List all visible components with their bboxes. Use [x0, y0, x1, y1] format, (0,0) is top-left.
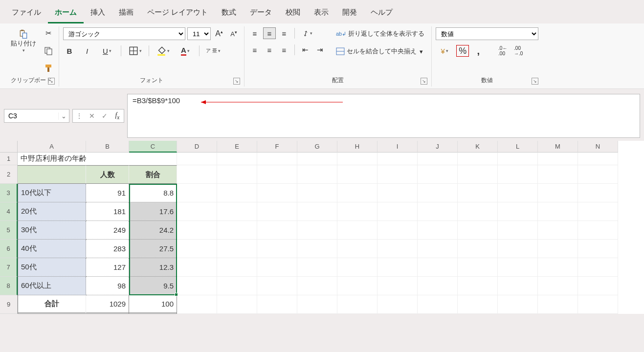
col-header-M[interactable]: M — [538, 141, 578, 153]
cell[interactable] — [217, 258, 257, 277]
cell[interactable] — [297, 202, 337, 221]
orientation-button[interactable]: ⤢▾ — [299, 27, 316, 39]
cell[interactable] — [498, 221, 538, 240]
col-header-I[interactable]: I — [378, 141, 418, 153]
cell[interactable] — [578, 202, 618, 221]
cell[interactable] — [297, 184, 337, 202]
border-button[interactable]: ▾ — [126, 45, 144, 57]
cell[interactable] — [498, 277, 538, 295]
cell[interactable] — [498, 240, 538, 258]
cell[interactable] — [217, 165, 257, 184]
cell[interactable] — [297, 153, 337, 165]
ratio-cell[interactable]: 24.2 — [129, 221, 177, 240]
align-right-button[interactable]: ≡ — [278, 44, 290, 56]
row-header-1[interactable]: 1 — [0, 153, 18, 165]
cell[interactable] — [337, 165, 378, 184]
cell[interactable] — [498, 184, 538, 202]
cell[interactable] — [297, 277, 337, 295]
ratio-cell[interactable]: 27.5 — [129, 240, 177, 258]
cell[interactable] — [418, 240, 458, 258]
cell[interactable] — [578, 165, 618, 184]
menu-tab-1[interactable]: ホーム — [48, 4, 84, 23]
cell[interactable] — [538, 277, 578, 295]
cell[interactable] — [418, 202, 458, 221]
paste-button[interactable]: 貼り付け ▾ — [8, 27, 39, 55]
cell[interactable] — [378, 184, 418, 202]
dropdown-button[interactable]: ⋮ — [73, 112, 86, 120]
chevron-down-icon[interactable]: ⌄ — [58, 112, 69, 120]
cat-cell[interactable]: 30代 — [18, 221, 86, 240]
row-header-6[interactable]: 6 — [0, 240, 18, 258]
cell[interactable] — [418, 153, 458, 165]
cell[interactable] — [378, 240, 418, 258]
cell[interactable] — [257, 153, 297, 165]
italic-button[interactable]: I — [81, 45, 93, 57]
cell[interactable] — [458, 277, 498, 295]
cat-cell[interactable]: 20代 — [18, 202, 86, 221]
cell[interactable] — [337, 277, 378, 295]
col-header-G[interactable]: G — [297, 141, 337, 153]
select-all-corner[interactable] — [0, 141, 18, 153]
comma-button[interactable]: , — [472, 45, 485, 57]
cell[interactable] — [177, 202, 217, 221]
ruby-button[interactable]: ア 亜▾ — [204, 45, 222, 57]
cell[interactable] — [538, 165, 578, 184]
dialog-launcher-icon[interactable]: ↘ — [532, 78, 538, 85]
title-cell[interactable]: 中野店利用者の年齢 — [18, 153, 177, 165]
menu-tab-0[interactable]: ファイル — [5, 4, 48, 23]
cell[interactable] — [337, 153, 378, 165]
cell[interactable] — [257, 165, 297, 184]
cell[interactable] — [217, 221, 257, 240]
cell[interactable] — [217, 295, 257, 314]
cell[interactable] — [337, 240, 378, 258]
count-cell[interactable]: 91 — [86, 184, 129, 202]
cell[interactable] — [538, 202, 578, 221]
cell[interactable] — [217, 153, 257, 165]
cell[interactable] — [378, 165, 418, 184]
row-header-3[interactable]: 3 — [0, 184, 18, 202]
cell[interactable] — [458, 240, 498, 258]
cell[interactable] — [337, 202, 378, 221]
cell[interactable] — [458, 202, 498, 221]
cell[interactable] — [498, 153, 538, 165]
cell[interactable] — [458, 295, 498, 314]
cell[interactable] — [378, 153, 418, 165]
cell[interactable] — [257, 221, 297, 240]
cell[interactable] — [458, 258, 498, 277]
cell[interactable] — [337, 184, 378, 202]
fill-color-button[interactable]: ▾ — [154, 45, 172, 57]
col-header-F[interactable]: F — [257, 141, 297, 153]
menu-tab-2[interactable]: 挿入 — [84, 4, 112, 23]
dialog-launcher-icon[interactable]: ↘ — [48, 78, 55, 85]
cell[interactable] — [418, 165, 458, 184]
fx-button[interactable]: fx — [111, 111, 124, 121]
total-count[interactable]: 1029 — [86, 295, 129, 314]
cell[interactable] — [418, 277, 458, 295]
cell[interactable] — [177, 277, 217, 295]
col-header-K[interactable]: K — [458, 141, 498, 153]
currency-button[interactable]: ¥▾ — [436, 45, 453, 57]
cell[interactable] — [498, 258, 538, 277]
cell[interactable] — [458, 184, 498, 202]
cat-cell[interactable]: 10代以下 — [18, 184, 86, 202]
cell[interactable] — [177, 295, 217, 314]
cat-cell[interactable]: 50代 — [18, 258, 86, 277]
col-header-N[interactable]: N — [578, 141, 618, 153]
cell[interactable] — [418, 295, 458, 314]
cell[interactable] — [177, 153, 217, 165]
menu-tab-5[interactable]: 数式 — [215, 4, 243, 23]
cell[interactable] — [498, 165, 538, 184]
header-count[interactable]: 人数 — [86, 165, 129, 184]
cell[interactable] — [337, 295, 378, 314]
name-box[interactable]: ⌄ — [4, 109, 69, 123]
wrap-text-button[interactable]: ab↲折り返して全体を表示する — [333, 27, 427, 40]
menu-tab-4[interactable]: ページ レイアウト — [140, 4, 215, 23]
cut-button[interactable]: ✂ — [42, 27, 55, 39]
cell[interactable] — [578, 221, 618, 240]
cell[interactable] — [378, 202, 418, 221]
cancel-button[interactable]: ✕ — [86, 112, 98, 120]
cell[interactable] — [458, 221, 498, 240]
merge-center-button[interactable]: セルを結合して中央揃え▾ — [333, 45, 427, 58]
align-bottom-button[interactable]: ≡ — [278, 27, 290, 39]
menu-tab-8[interactable]: 表示 — [307, 4, 335, 23]
